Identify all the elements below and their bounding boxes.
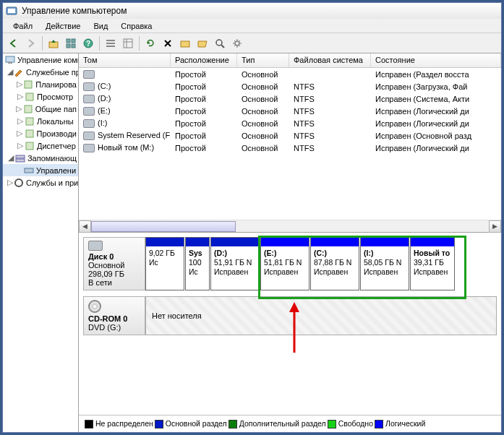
- list-button[interactable]: [103, 35, 119, 51]
- item-icon: [24, 128, 35, 139]
- delete-button[interactable]: [160, 35, 176, 51]
- open-button[interactable]: [177, 35, 193, 51]
- menu-file[interactable]: Файл: [7, 20, 38, 32]
- folder-icon: [180, 38, 190, 48]
- tree-label: Просмотр: [37, 92, 73, 101]
- partition[interactable]: (E:)51,81 ГБ NИсправен: [260, 237, 309, 290]
- nav-tree[interactable]: Управление комп ◢Служебные пр ▷Планирова…: [3, 53, 79, 432]
- volume-row[interactable]: Новый том (M:)ПростойОсновнойNTFSИсправе…: [79, 142, 501, 154]
- help-button[interactable]: ?: [80, 35, 96, 51]
- tree-services[interactable]: ▷Службы и при: [3, 176, 78, 189]
- tree-label: Управление комп: [17, 56, 79, 64]
- services-icon: [13, 177, 25, 189]
- tree-sys-item[interactable]: ▷Просмотр: [3, 90, 78, 103]
- column-header[interactable]: Том: [79, 53, 171, 67]
- volume-row[interactable]: (D:)ПростойОсновнойNTFSИсправен (Система…: [79, 92, 501, 105]
- legend-swatch: [375, 420, 383, 428]
- svg-rect-27: [16, 155, 25, 158]
- properties-button[interactable]: [63, 35, 79, 51]
- legend-swatch: [228, 420, 237, 428]
- volume-row[interactable]: ПростойОсновнойИсправен (Раздел восста: [79, 68, 501, 80]
- cdrom-header[interactable]: CD-ROM 0 DVD (G:): [83, 296, 145, 335]
- svg-rect-9: [106, 40, 115, 41]
- scroll-track[interactable]: [236, 221, 489, 232]
- tree-label: Управлени: [36, 166, 76, 175]
- list-icon: [106, 38, 116, 48]
- column-header[interactable]: Файловая система: [289, 53, 371, 67]
- cdrom-title: CD-ROM 0: [88, 314, 127, 323]
- disk-header-0[interactable]: Диск 0 Основной 298,09 ГБ В сети: [83, 237, 145, 290]
- svg-point-30: [15, 179, 22, 186]
- menu-action[interactable]: Действие: [40, 20, 86, 32]
- scroll-right-button[interactable]: ▶: [489, 220, 501, 233]
- titlebar[interactable]: Управление компьютером: [3, 3, 501, 19]
- item-icon: [22, 103, 34, 115]
- volume-icon: [83, 95, 95, 103]
- svg-rect-26: [26, 142, 33, 150]
- partition[interactable]: (I:)58,05 ГБ NИсправен: [360, 237, 409, 290]
- volume-row[interactable]: (E:)ПростойОсновнойNTFSИсправен (Логичес…: [79, 105, 501, 117]
- legend-item: Свободно: [328, 419, 373, 428]
- up-button[interactable]: [46, 35, 61, 51]
- partition[interactable]: Новый то39,31 ГБИсправен: [410, 237, 455, 290]
- partition[interactable]: (C:)87,88 ГБ NИсправен: [310, 237, 359, 290]
- svg-rect-29: [25, 168, 33, 173]
- magnifier-icon: [215, 38, 225, 48]
- detail-icon: [123, 38, 133, 48]
- arrow-annotation-icon: [287, 302, 302, 353]
- detail-button[interactable]: [120, 35, 136, 51]
- refresh-button[interactable]: [142, 35, 158, 51]
- legend-item: Не распределен: [85, 419, 153, 428]
- tree-disk-management[interactable]: Управлени: [3, 164, 78, 176]
- arrow-left-icon: [9, 38, 19, 48]
- scroll-thumb[interactable]: [91, 221, 236, 232]
- toolbar-separator: [42, 36, 43, 51]
- partition[interactable]: 9,02 ГБИс: [145, 237, 184, 290]
- partition-color-bar: [261, 238, 309, 246]
- volume-row[interactable]: (I:)ПростойОсновнойNTFSИсправен (Логичес…: [79, 117, 501, 129]
- back-button[interactable]: [6, 35, 22, 51]
- tree-sys-item[interactable]: ▷Локальны: [3, 115, 78, 127]
- menu-view[interactable]: Вид: [87, 20, 114, 32]
- svg-rect-24: [26, 118, 33, 125]
- svg-line-17: [221, 45, 224, 48]
- folder-open-icon: [197, 38, 208, 48]
- svg-rect-20: [8, 62, 12, 64]
- find-button[interactable]: [212, 35, 228, 51]
- tree-system-tools[interactable]: ◢Служебные пр: [3, 66, 78, 78]
- cdrom-no-media[interactable]: Нет носителя: [145, 296, 497, 335]
- settings-button[interactable]: [229, 35, 245, 51]
- tree-sys-item[interactable]: ▷Диспетчер: [3, 139, 78, 152]
- volume-icon: [83, 70, 95, 79]
- x-icon: [163, 38, 173, 48]
- partition[interactable]: Sys100Ис: [185, 237, 210, 290]
- tree-label: Запоминающ: [27, 154, 77, 163]
- column-header[interactable]: Расположение: [171, 53, 237, 67]
- tree-label: Планирова: [35, 80, 77, 89]
- disk-icon: [88, 241, 103, 251]
- partition-info: Sys100Ис: [186, 246, 209, 290]
- tree-sys-item[interactable]: ▷Планирова: [3, 78, 78, 90]
- forward-button[interactable]: [23, 35, 39, 51]
- tree-storage[interactable]: ◢Запоминающ: [3, 152, 78, 164]
- svg-rect-4: [72, 39, 75, 43]
- svg-rect-19: [6, 56, 14, 62]
- tree-sys-item[interactable]: ▷Общие пап: [3, 103, 78, 115]
- volume-row[interactable]: (C:)ПростойОсновнойNTFSИсправен (Загрузк…: [79, 80, 501, 92]
- volume-row[interactable]: System Reserved (F:)ПростойОсновнойNTFSИ…: [79, 129, 501, 142]
- menu-help[interactable]: Справка: [115, 20, 158, 32]
- legend-swatch: [85, 420, 93, 428]
- tree-sys-item[interactable]: ▷Производи: [3, 127, 78, 139]
- column-header[interactable]: Тип: [237, 53, 289, 67]
- list-header[interactable]: ТомРасположениеТипФайловая системаСостоя…: [79, 53, 501, 68]
- list-body[interactable]: ПростойОсновнойИсправен (Раздел восста(C…: [79, 68, 501, 220]
- scroll-left-button[interactable]: ◀: [79, 220, 91, 233]
- volume-icon: [83, 119, 95, 128]
- partition[interactable]: (D:)51,91 ГБ NИсправен: [210, 237, 260, 290]
- tree-root[interactable]: Управление комп: [3, 53, 78, 66]
- partition-info: (E:)51,81 ГБ NИсправен: [261, 246, 309, 290]
- horizontal-scrollbar[interactable]: ◀ ▶: [79, 220, 501, 232]
- column-header[interactable]: Состояние: [371, 53, 501, 67]
- item-icon: [22, 79, 34, 90]
- open2-button[interactable]: [195, 35, 210, 51]
